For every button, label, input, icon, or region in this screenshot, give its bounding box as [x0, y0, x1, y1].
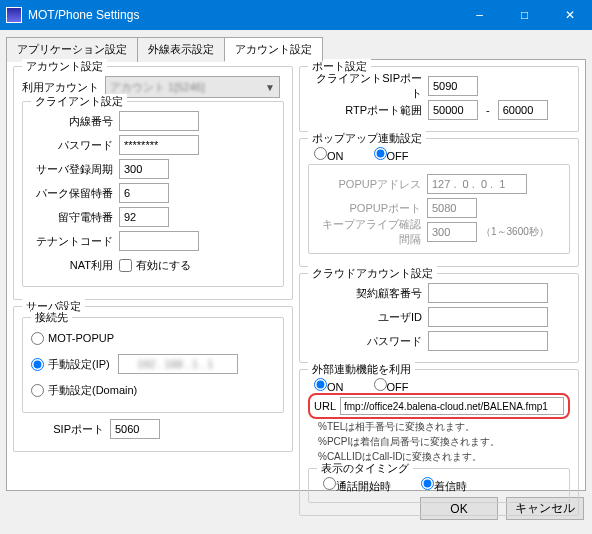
url-label: URL: [314, 400, 336, 412]
cloud-pw-label: パスワード: [308, 334, 428, 349]
account-select[interactable]: アカウント 1[5246] ▼: [105, 76, 280, 98]
popup-off-radio[interactable]: OFF: [374, 147, 409, 162]
radio-manual-domain[interactable]: 手動設定(Domain): [31, 383, 137, 398]
park-label: パーク保留特番: [31, 186, 119, 201]
popup-link-legend: ポップアップ連動設定: [308, 131, 426, 146]
timing-incoming-label: 着信時: [434, 480, 467, 492]
extension-input[interactable]: [119, 111, 199, 131]
sip-port-input[interactable]: [110, 419, 160, 439]
ext-off-radio[interactable]: OFF: [374, 378, 409, 393]
app-icon: [6, 7, 22, 23]
client-sip-port-input[interactable]: [428, 76, 478, 96]
ext-on-radio[interactable]: ON: [314, 378, 344, 393]
voicemail-input[interactable]: [119, 207, 169, 227]
chevron-down-icon: ▼: [265, 82, 275, 93]
account-select-value: アカウント 1[5246]: [110, 80, 205, 95]
nat-checkbox-label: 有効にする: [136, 258, 191, 273]
ext-link-legend: 外部連動機能を利用: [308, 362, 415, 377]
radio-manual-domain-label: 手動設定(Domain): [48, 383, 137, 398]
cloud-account-legend: クラウドアカウント設定: [308, 266, 437, 281]
popup-on-label: ON: [327, 150, 344, 162]
rtp-dash: -: [486, 104, 490, 116]
ext-off-label: OFF: [387, 381, 409, 393]
timing-call-start-radio[interactable]: 通話開始時: [323, 477, 391, 494]
popup-addr-input: [427, 174, 527, 194]
voicemail-label: 留守電特番: [31, 210, 119, 225]
keepalive-label: キープアライブ確認間隔: [317, 217, 427, 247]
tab-line-display[interactable]: 外線表示設定: [137, 37, 225, 62]
timing-incoming-radio[interactable]: 着信時: [421, 477, 467, 494]
popup-off-label: OFF: [387, 150, 409, 162]
password-input[interactable]: [119, 135, 199, 155]
timing-legend: 表示のタイミング: [317, 461, 413, 476]
sip-port-label: SIPポート: [22, 422, 110, 437]
park-input[interactable]: [119, 183, 169, 203]
reg-period-label: サーバ登録周期: [31, 162, 119, 177]
dest-legend: 接続先: [31, 310, 72, 325]
rtp-range-label: RTPポート範囲: [308, 103, 428, 118]
popup-port-label: POPUPポート: [317, 201, 427, 216]
url-row-highlight: URL: [308, 393, 570, 419]
ext-on-label: ON: [327, 381, 344, 393]
nat-label: NAT利用: [31, 258, 119, 273]
window-title: MOT/Phone Settings: [28, 8, 457, 22]
cloud-customer-input[interactable]: [428, 283, 548, 303]
cloud-pw-input[interactable]: [428, 331, 548, 351]
keepalive-input: [427, 222, 477, 242]
extension-label: 内線番号: [31, 114, 119, 129]
radio-manual-ip-label: 手動設定(IP): [48, 357, 110, 372]
popup-port-input: [427, 198, 477, 218]
minimize-button[interactable]: –: [457, 0, 502, 30]
reg-period-input[interactable]: [119, 159, 169, 179]
nat-checkbox[interactable]: 有効にする: [119, 258, 191, 273]
keepalive-hint: （1～3600秒）: [481, 225, 549, 239]
tenant-label: テナントコード: [31, 234, 119, 249]
radio-mot-popup[interactable]: MOT-POPUP: [31, 332, 114, 345]
cloud-customer-label: 契約顧客番号: [308, 286, 428, 301]
password-label: パスワード: [31, 138, 119, 153]
maximize-button[interactable]: □: [502, 0, 547, 30]
account-select-label: 利用アカウント: [22, 80, 99, 95]
url-input[interactable]: [340, 397, 564, 415]
cloud-user-label: ユーザID: [308, 310, 428, 325]
tenant-input[interactable]: [119, 231, 199, 251]
url-note2: %PCPIは着信自局番号に変換されます。: [318, 434, 570, 449]
close-button[interactable]: ✕: [547, 0, 592, 30]
account-settings-legend: アカウント設定: [22, 59, 107, 74]
popup-addr-label: POPUPアドレス: [317, 177, 427, 192]
cloud-user-input[interactable]: [428, 307, 548, 327]
timing-call-start-label: 通話開始時: [336, 480, 391, 492]
rtp-lo-input[interactable]: [428, 100, 478, 120]
tab-account-settings[interactable]: アカウント設定: [224, 37, 323, 62]
rtp-hi-input[interactable]: [498, 100, 548, 120]
radio-manual-ip[interactable]: 手動設定(IP): [31, 357, 110, 372]
manual-ip-value: 192 . 168 . 1 . 1: [137, 358, 213, 370]
client-sip-port-label: クライアントSIPポート: [308, 71, 428, 101]
popup-on-radio[interactable]: ON: [314, 147, 344, 162]
url-note1: %TELは相手番号に変換されます。: [318, 419, 570, 434]
radio-mot-popup-label: MOT-POPUP: [48, 332, 114, 344]
client-settings-legend: クライアント設定: [31, 94, 127, 109]
